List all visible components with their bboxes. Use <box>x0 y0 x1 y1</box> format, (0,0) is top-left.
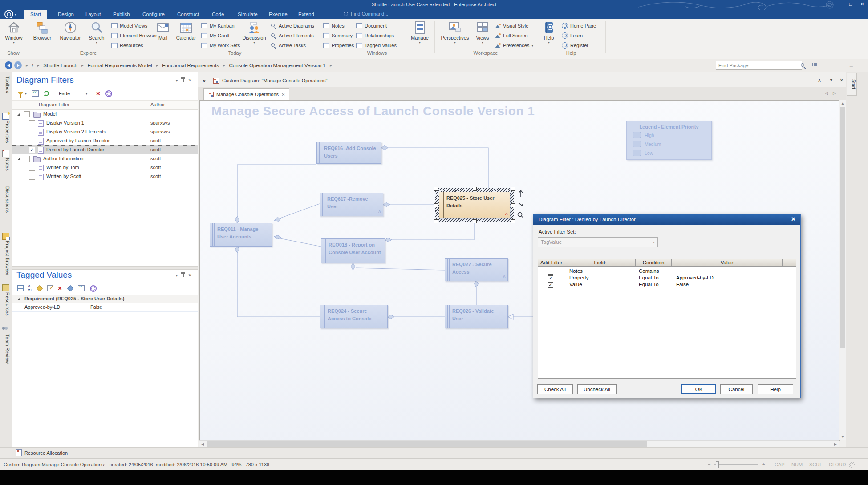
tag-icon[interactable] <box>67 285 73 291</box>
filter-row-denied-by-launch-director[interactable]: ✓ Denied by Launch Director scott <box>12 146 198 154</box>
node-req011[interactable]: REQ011 - Manage User Accounts <box>210 223 272 247</box>
document-item[interactable]: Document <box>356 22 387 30</box>
selection-handle[interactable] <box>434 187 438 191</box>
node-req616[interactable]: REQ616 -Add Console Users <box>316 142 381 164</box>
tagged-values-item[interactable]: Tagged Values <box>356 41 397 49</box>
cancel-button[interactable]: Cancel <box>720 384 753 394</box>
filter-row-value[interactable]: ✓ Value Equal To False <box>538 282 796 288</box>
find-command[interactable]: Find Command... <box>344 11 388 16</box>
tab-start[interactable]: Start <box>24 10 47 19</box>
views-button[interactable]: Views▾ <box>473 20 492 44</box>
tab-scroll-right-icon[interactable]: ▷ <box>833 91 836 95</box>
column-add-filter[interactable]: Add Filter <box>538 259 565 267</box>
my-kanban-item[interactable]: My Kanban <box>201 22 235 30</box>
selection-handle[interactable] <box>511 187 515 191</box>
ok-button[interactable]: OK <box>681 384 716 394</box>
node-req025-selected[interactable]: REQ025 - Store User Details A <box>439 192 510 218</box>
filter-dropdown-arrow[interactable]: ▾ <box>25 92 27 96</box>
selection-handle[interactable] <box>473 219 477 223</box>
checkbox[interactable] <box>29 120 35 126</box>
zoom-in-icon[interactable]: + <box>762 461 765 467</box>
panel-close-icon[interactable]: ✕ <box>188 273 192 278</box>
sidebar-tab-discussions[interactable]: Discussions <box>1 186 10 213</box>
forward-button[interactable] <box>14 61 22 69</box>
sidebar-tab-properties[interactable]: Properties <box>1 121 10 143</box>
checkbox[interactable] <box>29 138 35 144</box>
checkbox[interactable] <box>548 269 553 275</box>
node-req027[interactable]: REQ027 - Secure Access A <box>445 258 508 281</box>
tab-construct[interactable]: Construct <box>171 10 205 19</box>
perspectives-button[interactable]: Perspectives▾ <box>438 20 472 44</box>
filter-row-display-version-1[interactable]: Display Version 1 sparxsys <box>12 119 198 128</box>
tab-execute[interactable]: Execute <box>263 10 294 19</box>
zoom-slider-handle[interactable] <box>716 461 719 468</box>
mail-button[interactable]: Mail <box>153 20 173 41</box>
sidebar-tab-resources[interactable]: Resources <box>1 292 10 316</box>
tab-scroll-left-icon[interactable]: ◁ <box>825 91 828 95</box>
filter-funnel-icon[interactable] <box>18 92 23 95</box>
filter-row-written-by-scott[interactable]: Written-by-Scott scott <box>12 172 198 181</box>
checkbox[interactable] <box>29 129 35 135</box>
edit-icon[interactable] <box>47 285 53 291</box>
fade-selector[interactable]: Fade▾ <box>56 89 90 98</box>
node-req026[interactable]: REQ026 - Validate User <box>445 305 508 328</box>
checkbox-checked[interactable]: ✓ <box>548 282 553 288</box>
filter-row-approved-by-launch-director[interactable]: Approved by Launch Director scott <box>12 137 198 146</box>
column-value[interactable]: Value <box>672 259 783 267</box>
tab-extend[interactable]: Extend <box>292 10 320 19</box>
learn-item[interactable]: Learn <box>562 32 583 40</box>
node-req617[interactable]: REQ617 -Remove User A <box>320 193 383 216</box>
sidebar-tab-project-browser[interactable]: Project Browser <box>1 241 10 276</box>
breadcrumb-root[interactable]: / <box>32 63 33 68</box>
filter-row-author-information[interactable]: Author Information scott <box>12 154 198 163</box>
close-button[interactable]: ✕ <box>859 1 865 7</box>
find-package-input[interactable] <box>716 61 802 70</box>
pin-icon[interactable] <box>183 79 184 82</box>
refresh-icon[interactable] <box>43 90 49 97</box>
properties-item[interactable]: Properties <box>323 41 354 49</box>
breadcrumb-console-operation-management[interactable]: Console Operation Management Version 1 <box>229 63 326 68</box>
my-work-sets-item[interactable]: My Work Sets <box>201 41 240 49</box>
checklist-icon[interactable] <box>78 285 85 291</box>
collapse-icon[interactable]: ∧ <box>818 77 821 83</box>
column-author[interactable]: Author <box>150 102 165 107</box>
legend-element-priority[interactable]: Legend - Element Priority High Medium Lo… <box>626 121 712 160</box>
help-circle-icon[interactable] <box>90 285 97 292</box>
node-req018[interactable]: REQ018 - Report on Console User Account <box>321 238 385 263</box>
relationships-item[interactable]: Relationships <box>356 32 394 40</box>
horizontal-scrollbar[interactable]: ◀ ▶ <box>199 440 839 448</box>
notes-item[interactable]: Notes <box>323 22 345 30</box>
element-quick-icons[interactable] <box>517 190 525 221</box>
find-package-search-icon[interactable] <box>800 63 806 69</box>
panel-close-icon[interactable]: ✕ <box>188 78 192 83</box>
active-tasks-item[interactable]: Active Tasks <box>271 41 306 49</box>
filter-row-model[interactable]: Model <box>12 110 198 119</box>
filter-row-property[interactable]: ✓ Property Equal To Approved-by-LD <box>538 275 796 282</box>
new-tag-icon[interactable] <box>37 285 43 291</box>
tab-design[interactable]: Design <box>52 10 80 19</box>
column-diagram-filter[interactable]: Diagram Filter <box>39 102 69 107</box>
sidebar-tab-team-review[interactable]: Team Review <box>1 334 10 364</box>
active-diagrams-item[interactable]: Active Diagrams <box>271 22 314 30</box>
hamburger-menu-icon[interactable]: ≡ <box>849 61 853 69</box>
zoom-slider[interactable] <box>714 464 758 465</box>
vertical-scrollbar[interactable]: ▲ ▼ <box>839 100 846 440</box>
dialog-title-bar[interactable]: Diagram Filter : Denied by Launch Direct… <box>533 214 800 225</box>
tab-manage-console-operations[interactable]: Manage Console Operations ✕ <box>203 88 289 100</box>
discussion-button[interactable]: Discussion▾ <box>240 20 268 44</box>
selection-handle[interactable] <box>434 219 438 223</box>
delete-filter-icon[interactable]: × <box>96 90 100 97</box>
filter-set-combobox[interactable]: TagValue▾ <box>538 237 658 247</box>
expander-icon[interactable] <box>17 298 20 300</box>
uncheck-all-button[interactable]: Uncheck All <box>577 384 617 394</box>
checklist-icon[interactable] <box>32 90 39 97</box>
active-elements-item[interactable]: Active Elements <box>271 32 314 40</box>
panel-dropdown-icon[interactable]: ▾ <box>176 78 178 83</box>
checkbox-checked[interactable]: ✓ <box>29 147 35 153</box>
check-all-button[interactable]: Check All <box>537 384 573 394</box>
tab-layout[interactable]: Layout <box>79 10 107 19</box>
breadcrumb-functional-requirements[interactable]: Functional Requirements <box>162 63 219 68</box>
tab-configure[interactable]: Configure <box>136 10 171 19</box>
ea-logo-icon[interactable]: ▾ <box>4 9 17 18</box>
sidebar-tab-notes[interactable]: Notes <box>1 158 10 171</box>
